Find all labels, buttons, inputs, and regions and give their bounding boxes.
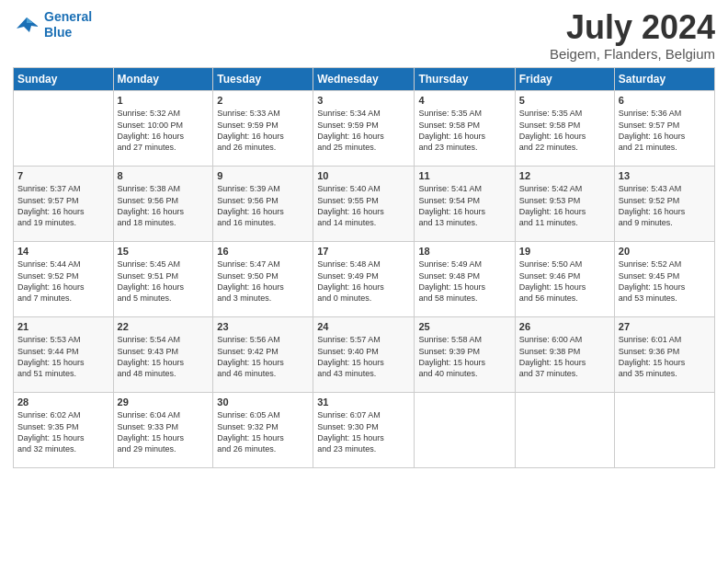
day-info-line: Sunset: 9:58 PM	[418, 120, 510, 131]
day-number: 18	[418, 245, 510, 259]
day-info-line: Daylight: 16 hours	[118, 206, 210, 217]
day-info-line: Daylight: 16 hours	[17, 282, 109, 293]
day-info-line: Sunrise: 5:34 AM	[317, 108, 410, 119]
day-number: 23	[217, 320, 309, 334]
day-info-line: and 43 minutes.	[317, 368, 410, 379]
location-title: Beigem, Flanders, Belgium	[550, 46, 715, 62]
day-info-line: Daylight: 15 hours	[17, 432, 109, 443]
day-info-line: Daylight: 15 hours	[217, 432, 309, 443]
calendar-cell: 3Sunrise: 5:34 AMSunset: 9:59 PMDaylight…	[313, 90, 415, 166]
day-info-line: and 51 minutes.	[17, 368, 109, 379]
day-info-line: and 25 minutes.	[317, 142, 410, 153]
day-info-line: and 40 minutes.	[418, 368, 510, 379]
day-number: 26	[519, 320, 610, 334]
calendar-cell	[515, 392, 614, 467]
day-number: 6	[619, 94, 711, 108]
day-info-line: Daylight: 15 hours	[418, 357, 510, 368]
day-info-line: Sunset: 9:52 PM	[619, 195, 711, 206]
day-number: 15	[118, 245, 210, 259]
day-info-line: Sunset: 9:39 PM	[418, 346, 510, 357]
day-info-line: Daylight: 15 hours	[619, 357, 711, 368]
day-info-line: Sunset: 9:53 PM	[519, 195, 610, 206]
day-info-line: Daylight: 16 hours	[17, 206, 109, 217]
day-info-line: Sunrise: 5:52 AM	[619, 259, 711, 270]
day-info-line: Sunrise: 5:56 AM	[217, 334, 309, 345]
day-number: 21	[17, 320, 109, 334]
day-number: 28	[17, 396, 109, 409]
day-number: 30	[217, 396, 309, 409]
day-info-line: Sunset: 9:56 PM	[118, 195, 210, 206]
day-info-line: Sunrise: 5:47 AM	[217, 259, 309, 270]
day-info-line: Daylight: 16 hours	[217, 282, 309, 293]
day-info-line: Sunset: 9:40 PM	[317, 346, 410, 357]
day-info-line: and 16 minutes.	[217, 217, 309, 228]
weekday-header-friday: Friday	[515, 67, 614, 90]
day-info-line: Daylight: 16 hours	[217, 206, 309, 217]
day-info-line: Sunrise: 6:05 AM	[217, 409, 309, 420]
day-info-line: Sunset: 9:57 PM	[619, 120, 711, 131]
day-info-line: Sunset: 9:46 PM	[519, 270, 610, 282]
day-info-line: Sunrise: 5:50 AM	[519, 259, 610, 270]
day-info-line: Sunrise: 6:02 AM	[17, 409, 109, 420]
day-info-line: Sunset: 9:51 PM	[118, 270, 210, 282]
day-info-line: and 13 minutes.	[418, 217, 510, 228]
day-info-line: Daylight: 16 hours	[118, 131, 210, 142]
calendar-cell: 17Sunrise: 5:48 AMSunset: 9:49 PMDayligh…	[313, 241, 415, 316]
day-info-line: and 5 minutes.	[118, 293, 210, 304]
calendar-cell: 11Sunrise: 5:41 AMSunset: 9:54 PMDayligh…	[415, 166, 515, 241]
day-info-line: Sunrise: 6:01 AM	[619, 334, 711, 345]
calendar-cell: 6Sunrise: 5:36 AMSunset: 9:57 PMDaylight…	[614, 90, 714, 166]
calendar-cell: 8Sunrise: 5:38 AMSunset: 9:56 PMDaylight…	[113, 166, 213, 241]
calendar-cell: 19Sunrise: 5:50 AMSunset: 9:46 PMDayligh…	[515, 241, 614, 316]
day-info-line: Sunrise: 5:35 AM	[418, 108, 510, 119]
day-number: 24	[317, 320, 410, 334]
day-info-line: Sunrise: 5:39 AM	[217, 183, 309, 194]
weekday-header-sunday: Sunday	[14, 67, 114, 90]
day-info-line: Sunrise: 5:42 AM	[519, 183, 610, 194]
day-info-line: Sunrise: 5:49 AM	[418, 259, 510, 270]
week-row-2: 14Sunrise: 5:44 AMSunset: 9:52 PMDayligh…	[14, 241, 715, 316]
day-info-line: Sunrise: 5:41 AM	[418, 183, 510, 194]
day-info-line: Daylight: 15 hours	[118, 432, 210, 443]
day-info-line: Sunrise: 5:43 AM	[619, 183, 711, 194]
day-number: 25	[418, 320, 510, 334]
calendar-cell: 31Sunrise: 6:07 AMSunset: 9:30 PMDayligh…	[313, 392, 415, 467]
calendar-cell: 20Sunrise: 5:52 AMSunset: 9:45 PMDayligh…	[614, 241, 714, 316]
day-info-line: and 26 minutes.	[217, 443, 309, 454]
day-info-line: Sunrise: 5:48 AM	[317, 259, 410, 270]
day-number: 14	[17, 245, 109, 259]
day-info-line: Daylight: 15 hours	[619, 282, 711, 293]
day-info-line: Sunset: 9:38 PM	[519, 346, 610, 357]
calendar-cell: 5Sunrise: 5:35 AMSunset: 9:58 PMDaylight…	[515, 90, 614, 166]
day-info-line: Sunset: 9:59 PM	[317, 120, 410, 131]
day-info-line: Daylight: 16 hours	[619, 131, 711, 142]
weekday-header-wednesday: Wednesday	[313, 67, 415, 90]
calendar-cell: 15Sunrise: 5:45 AMSunset: 9:51 PMDayligh…	[113, 241, 213, 316]
calendar-cell: 27Sunrise: 6:01 AMSunset: 9:36 PMDayligh…	[614, 316, 714, 392]
day-info-line: Sunset: 9:54 PM	[418, 195, 510, 206]
day-info-line: Sunset: 9:36 PM	[619, 346, 711, 357]
day-info-line: Daylight: 16 hours	[418, 131, 510, 142]
day-info-line: Daylight: 16 hours	[519, 206, 610, 217]
calendar-cell	[614, 392, 714, 467]
day-info-line: Sunset: 9:48 PM	[418, 270, 510, 282]
day-info-line: Sunset: 9:58 PM	[519, 120, 610, 131]
day-info-line: Sunset: 9:55 PM	[317, 195, 410, 206]
day-info-line: Sunset: 9:33 PM	[118, 421, 210, 432]
day-info-line: and 7 minutes.	[17, 293, 109, 304]
day-info-line: Sunrise: 5:35 AM	[519, 108, 610, 119]
day-info-line: Sunset: 9:59 PM	[217, 120, 309, 131]
day-info-line: Sunset: 9:43 PM	[118, 346, 210, 357]
day-info-line: Sunset: 9:45 PM	[619, 270, 711, 282]
svg-marker-1	[27, 17, 33, 23]
day-info-line: Sunrise: 5:53 AM	[17, 334, 109, 345]
day-info-line: and 26 minutes.	[217, 142, 309, 153]
day-info-line: Daylight: 15 hours	[17, 357, 109, 368]
day-info-line: and 9 minutes.	[619, 217, 711, 228]
day-info-line: Daylight: 16 hours	[317, 282, 410, 293]
calendar-cell: 24Sunrise: 5:57 AMSunset: 9:40 PMDayligh…	[313, 316, 415, 392]
day-number: 1	[118, 94, 210, 108]
calendar-cell: 2Sunrise: 5:33 AMSunset: 9:59 PMDaylight…	[213, 90, 313, 166]
calendar-cell: 9Sunrise: 5:39 AMSunset: 9:56 PMDaylight…	[213, 166, 313, 241]
day-info-line: Sunset: 10:00 PM	[118, 120, 210, 131]
